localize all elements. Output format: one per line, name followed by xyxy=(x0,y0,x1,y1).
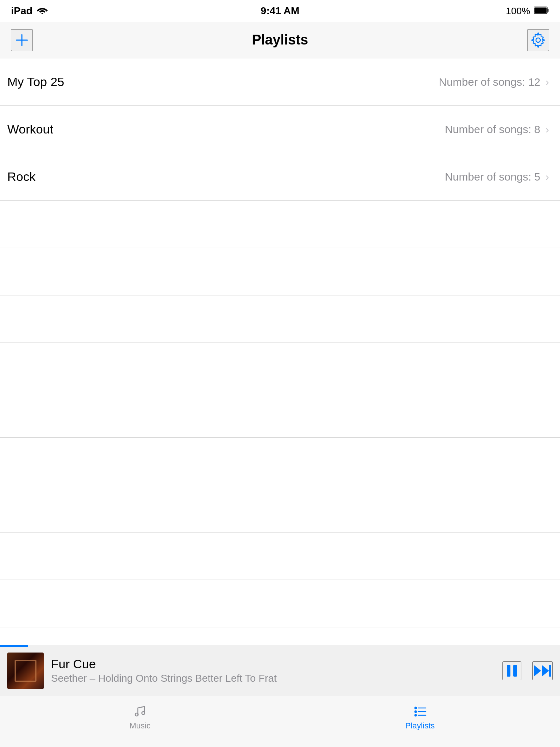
empty-row-9 xyxy=(0,580,560,627)
skip-forward-button[interactable] xyxy=(532,661,553,680)
svg-point-12 xyxy=(135,713,138,716)
now-playing-title: Fur Cue xyxy=(51,657,502,671)
now-playing-bar[interactable]: Fur Cue Seether – Holding Onto Strings B… xyxy=(0,645,560,696)
add-playlist-button[interactable] xyxy=(11,29,33,51)
playback-progress xyxy=(0,645,28,647)
playlist-item-1[interactable]: My Top 25 Number of songs: 12 › xyxy=(0,58,560,106)
empty-row-8 xyxy=(0,533,560,580)
svg-marker-9 xyxy=(534,665,541,677)
empty-row-1 xyxy=(0,201,560,248)
status-bar-time: 9:41 AM xyxy=(261,5,299,17)
pause-button[interactable] xyxy=(502,661,521,680)
device-label: iPad xyxy=(11,5,32,17)
artwork-decoration xyxy=(7,653,44,689)
page-title: Playlists xyxy=(252,32,308,48)
wifi-icon xyxy=(37,5,48,17)
battery-percentage: 100% xyxy=(506,5,530,17)
svg-point-13 xyxy=(142,712,145,715)
svg-point-6 xyxy=(536,38,540,42)
tab-music[interactable]: Music xyxy=(0,704,280,731)
svg-point-14 xyxy=(415,707,417,709)
status-bar: iPad 9:41 AM 100% xyxy=(0,0,560,22)
svg-point-16 xyxy=(415,711,417,713)
svg-rect-3 xyxy=(547,9,549,12)
playlist-name-3: Rock xyxy=(7,170,35,184)
playlist-meta-2: Number of songs: 8 › xyxy=(445,123,549,136)
status-bar-left: iPad xyxy=(11,5,48,17)
svg-rect-2 xyxy=(534,7,547,13)
now-playing-info: Fur Cue Seether – Holding Onto Strings B… xyxy=(51,657,502,684)
empty-row-10 xyxy=(0,627,560,645)
svg-rect-8 xyxy=(513,665,517,677)
music-tab-icon xyxy=(133,704,147,718)
album-artwork xyxy=(7,653,44,689)
empty-row-3 xyxy=(0,295,560,343)
music-tab-label: Music xyxy=(129,721,150,731)
empty-row-4 xyxy=(0,343,560,390)
svg-marker-10 xyxy=(542,665,549,677)
playlist-meta-3: Number of songs: 5 › xyxy=(445,171,549,183)
svg-rect-7 xyxy=(507,665,510,677)
empty-row-7 xyxy=(0,485,560,533)
chevron-icon-3: › xyxy=(545,171,549,183)
empty-row-2 xyxy=(0,248,560,295)
navigation-bar: Playlists xyxy=(0,22,560,58)
now-playing-subtitle: Seether – Holding Onto Strings Better Le… xyxy=(51,673,502,684)
playlist-item-2[interactable]: Workout Number of songs: 8 › xyxy=(0,106,560,153)
empty-row-5 xyxy=(0,390,560,438)
playlist-song-count-3: Number of songs: 5 xyxy=(445,171,540,183)
playlist-name-1: My Top 25 xyxy=(7,75,64,89)
playlists-tab-label: Playlists xyxy=(405,721,435,731)
artwork-inner xyxy=(15,660,36,682)
playlist-list: My Top 25 Number of songs: 12 › Workout … xyxy=(0,58,560,645)
playlist-item-3[interactable]: Rock Number of songs: 5 › xyxy=(0,153,560,201)
settings-button[interactable] xyxy=(527,29,549,51)
tab-playlists[interactable]: Playlists xyxy=(280,704,560,731)
empty-row-6 xyxy=(0,438,560,485)
chevron-icon-2: › xyxy=(545,123,549,136)
playlist-song-count-1: Number of songs: 12 xyxy=(439,76,540,88)
svg-point-18 xyxy=(415,714,417,717)
tab-bar: Music Playlists xyxy=(0,696,560,747)
playlist-song-count-2: Number of songs: 8 xyxy=(445,123,540,136)
chevron-icon-1: › xyxy=(545,76,549,88)
playlist-name-2: Workout xyxy=(7,122,53,136)
main-content: My Top 25 Number of songs: 12 › Workout … xyxy=(0,58,560,645)
playlist-meta-1: Number of songs: 12 › xyxy=(439,76,549,88)
status-bar-right: 100% xyxy=(506,5,549,17)
svg-rect-11 xyxy=(549,665,551,677)
svg-point-0 xyxy=(42,13,43,15)
battery-icon xyxy=(534,5,549,17)
now-playing-controls xyxy=(502,661,553,680)
playlists-tab-icon xyxy=(413,704,427,718)
